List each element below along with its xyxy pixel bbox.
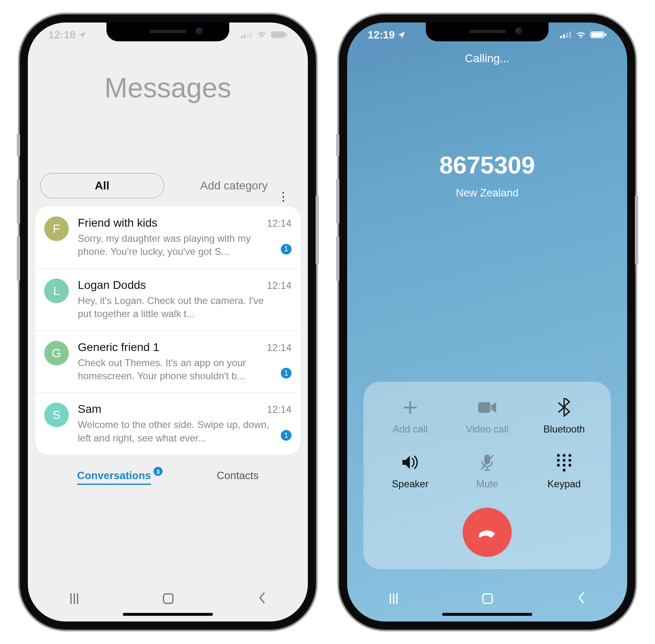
home-indicator bbox=[123, 613, 213, 616]
conversation-name: Logan Dodds bbox=[78, 279, 146, 292]
location-icon bbox=[398, 31, 406, 39]
svg-rect-0 bbox=[241, 36, 243, 38]
conversations-badge: 3 bbox=[154, 467, 163, 476]
phone-frame-right: 12:19 Calling... bbox=[340, 15, 635, 629]
unread-badge: 1 bbox=[281, 244, 291, 254]
nav-back-button[interactable] bbox=[258, 592, 266, 605]
nav-home-button[interactable] bbox=[163, 593, 174, 604]
status-time: 12:18 bbox=[48, 29, 76, 41]
conversation-row[interactable]: FFriend with kids12:14Sorry, my daughter… bbox=[35, 207, 300, 269]
side-button bbox=[316, 195, 319, 265]
svg-point-17 bbox=[557, 454, 560, 457]
svg-point-19 bbox=[569, 454, 571, 457]
conversation-row[interactable]: SSam12:14Welcome to the other side. Swip… bbox=[35, 393, 300, 455]
signal-icon bbox=[560, 31, 571, 38]
svg-rect-13 bbox=[605, 33, 606, 36]
side-button bbox=[336, 134, 339, 156]
mute-label: Mute bbox=[476, 478, 498, 490]
conversation-row[interactable]: LLogan Dodds12:14Hey, it's Logan. Check … bbox=[35, 269, 300, 331]
add-call-label: Add call bbox=[393, 423, 427, 435]
side-button bbox=[336, 179, 339, 224]
svg-point-18 bbox=[563, 454, 566, 457]
tab-conversations-label: Conversations bbox=[77, 469, 151, 482]
mute-icon bbox=[480, 453, 495, 472]
svg-point-25 bbox=[569, 464, 571, 467]
phone-speaker bbox=[149, 30, 186, 33]
filter-all-button[interactable]: All bbox=[40, 173, 164, 198]
svg-point-26 bbox=[563, 469, 566, 472]
svg-rect-12 bbox=[592, 33, 603, 37]
side-button bbox=[17, 236, 20, 281]
phone-hangup-icon bbox=[475, 520, 499, 544]
speaker-button[interactable]: Speaker bbox=[372, 453, 449, 490]
conversation-preview: Welcome to the other side. Swipe up, dow… bbox=[78, 418, 291, 445]
nav-recents-button[interactable] bbox=[70, 593, 78, 604]
nav-home-button[interactable] bbox=[482, 593, 493, 604]
phone-frame-left: 12:18 Messages bbox=[20, 15, 315, 629]
messages-screen: 12:18 Messages bbox=[28, 23, 308, 621]
svg-point-22 bbox=[569, 459, 571, 462]
svg-rect-14 bbox=[478, 402, 490, 413]
avatar: G bbox=[44, 341, 69, 365]
call-region: New Zealand bbox=[347, 187, 627, 199]
avatar: S bbox=[44, 403, 69, 427]
battery-icon bbox=[590, 31, 607, 39]
bottom-tabs: Conversations 3 Contacts bbox=[44, 469, 291, 485]
side-button bbox=[635, 195, 638, 265]
conversation-preview: Sorry, my daughter was playing with my p… bbox=[78, 232, 291, 259]
tab-contacts[interactable]: Contacts bbox=[217, 469, 259, 485]
page-title: Messages bbox=[28, 72, 308, 104]
conversation-name: Generic friend 1 bbox=[78, 341, 159, 354]
svg-rect-1 bbox=[244, 34, 246, 38]
svg-rect-7 bbox=[560, 36, 562, 38]
filter-row: All Add category bbox=[40, 173, 296, 198]
more-menu-button[interactable]: ⋮ bbox=[277, 194, 288, 198]
conversation-row[interactable]: GGeneric friend 112:14Check out Themes. … bbox=[35, 331, 300, 393]
svg-point-20 bbox=[557, 459, 560, 462]
video-call-label: Video call bbox=[466, 423, 508, 435]
svg-point-21 bbox=[563, 459, 566, 462]
call-controls-panel: Add call Video call Bluetooth Speaker bbox=[364, 382, 611, 569]
unread-badge: 1 bbox=[281, 430, 291, 441]
conversation-time: 12:14 bbox=[267, 280, 291, 291]
svg-rect-6 bbox=[285, 33, 287, 36]
calling-label: Calling... bbox=[347, 52, 627, 65]
call-number: 8675309 bbox=[347, 151, 627, 179]
video-call-button[interactable]: Video call bbox=[449, 398, 526, 435]
svg-rect-10 bbox=[569, 32, 571, 38]
signal-icon bbox=[241, 31, 252, 38]
wifi-icon bbox=[576, 31, 586, 39]
bluetooth-button[interactable]: Bluetooth bbox=[526, 398, 603, 435]
android-navbar bbox=[28, 592, 308, 621]
avatar: L bbox=[44, 279, 69, 303]
speaker-label: Speaker bbox=[392, 478, 428, 490]
nav-recents-button[interactable] bbox=[390, 593, 398, 604]
status-time: 12:19 bbox=[368, 29, 395, 41]
tab-conversations[interactable]: Conversations 3 bbox=[77, 469, 151, 485]
svg-rect-5 bbox=[272, 33, 284, 37]
call-screen: 12:19 Calling... bbox=[347, 23, 627, 621]
keypad-button[interactable]: Keypad bbox=[526, 453, 603, 490]
svg-point-23 bbox=[557, 464, 560, 467]
svg-rect-3 bbox=[250, 32, 252, 38]
conversation-time: 12:14 bbox=[267, 218, 291, 229]
svg-rect-2 bbox=[247, 33, 249, 38]
bluetooth-icon bbox=[558, 398, 570, 417]
wifi-icon bbox=[256, 31, 267, 39]
speaker-icon bbox=[401, 453, 420, 472]
conversation-name: Friend with kids bbox=[78, 216, 158, 230]
keypad-icon bbox=[556, 453, 572, 472]
mute-button[interactable]: Mute bbox=[449, 453, 526, 490]
conversation-name: Sam bbox=[78, 403, 102, 416]
nav-back-button[interactable] bbox=[578, 592, 585, 605]
add-call-button[interactable]: Add call bbox=[372, 398, 449, 435]
end-call-button[interactable] bbox=[463, 508, 512, 557]
home-indicator bbox=[442, 613, 532, 616]
svg-rect-9 bbox=[566, 33, 568, 38]
video-icon bbox=[477, 398, 497, 417]
plus-icon bbox=[402, 398, 418, 417]
battery-icon bbox=[271, 31, 287, 39]
conversation-list: FFriend with kids12:14Sorry, my daughter… bbox=[35, 207, 300, 455]
svg-rect-8 bbox=[563, 34, 565, 38]
conversation-preview: Check out Themes. It's an app on your ho… bbox=[78, 356, 291, 383]
